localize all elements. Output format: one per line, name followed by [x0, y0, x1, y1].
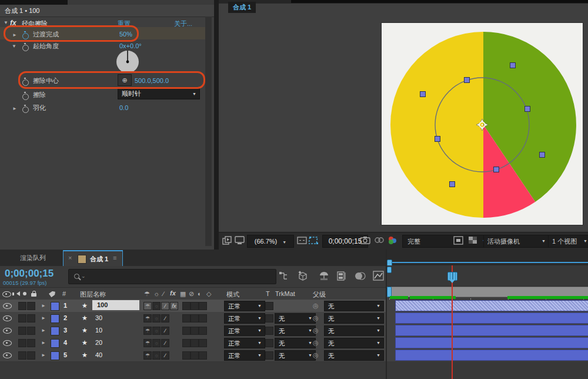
shy-toggle[interactable]: ☼ — [152, 302, 161, 310]
mode-dropdown[interactable]: 正常▼ — [224, 301, 265, 311]
panel-tab-stub[interactable] — [0, 0, 68, 5]
frame-blend-toggle[interactable] — [182, 327, 191, 335]
region-of-interest-icon[interactable] — [309, 236, 319, 245]
motion-blur-toggle[interactable] — [191, 351, 199, 360]
mode-dropdown[interactable]: 正常▼ — [224, 350, 265, 361]
quality-toggle[interactable]: ∕ — [161, 339, 169, 347]
time-ruler[interactable]: 0:00f 10f 20f 01:00f 10f 20f — [387, 265, 588, 287]
layer-duration-bar-3[interactable] — [395, 325, 588, 336]
close-icon[interactable]: × — [68, 254, 72, 261]
t-toggle[interactable] — [265, 327, 273, 335]
cube-3d-toggle[interactable] — [199, 302, 207, 310]
cube-3d-toggle[interactable] — [199, 339, 207, 347]
collapse-toggle[interactable]: ☂ — [143, 339, 152, 347]
t-toggle[interactable] — [265, 302, 273, 310]
layer-row-1[interactable]: ► 1 ★ 100 ☂ ☼ ∕ fx 正常▼ ◎ 无▼ — [0, 300, 386, 312]
trkmat-dropdown[interactable]: 无▼ — [275, 338, 316, 348]
composition-canvas[interactable] — [382, 23, 583, 225]
menu-icon[interactable]: ≡ — [113, 254, 116, 261]
collapse-toggle[interactable]: ☂ — [143, 327, 152, 335]
solo-toggle[interactable] — [18, 339, 26, 347]
motion-blur-toggle[interactable] — [191, 327, 199, 335]
safe-zones-icon[interactable] — [297, 236, 308, 245]
eye-icon[interactable] — [3, 328, 12, 334]
layer-label-swatch[interactable] — [51, 339, 59, 348]
search-input[interactable]: ⌄ — [68, 269, 276, 284]
viewer-tab[interactable]: 合成 1 — [228, 2, 256, 13]
tab-render-queue[interactable]: 渲染队列 — [20, 254, 46, 262]
t-toggle[interactable] — [265, 351, 273, 360]
frame-blend-toggle[interactable] — [182, 314, 191, 323]
solo-toggle[interactable] — [18, 351, 26, 360]
layer-label-swatch[interactable] — [51, 351, 59, 360]
expand-layer-icon[interactable]: ► — [41, 303, 46, 308]
solo-column-icon[interactable] — [23, 292, 26, 295]
panel-divider[interactable] — [214, 0, 219, 250]
motion-blur-toggle[interactable] — [191, 339, 199, 347]
shy-toggle[interactable]: ☼ — [152, 327, 161, 335]
lock-column-icon[interactable] — [31, 293, 36, 297]
navigator-bar[interactable] — [387, 262, 588, 263]
eye-icon[interactable] — [3, 303, 12, 309]
layer-name[interactable]: 30 — [95, 314, 102, 321]
playhead-handle-point[interactable] — [449, 280, 455, 286]
layer-name[interactable]: 40 — [95, 351, 102, 358]
frame-blend-toggle[interactable] — [182, 339, 191, 347]
timeline-track-area[interactable]: 0:00f 10f 20f 01:00f 10f 20f — [387, 250, 588, 379]
parent-dropdown[interactable]: 无▼ — [324, 350, 384, 361]
tab-comp-active[interactable]: × 合成 1 ≡ — [63, 250, 123, 267]
layer-duration-bar-1[interactable] — [395, 300, 588, 311]
lock-toggle[interactable] — [27, 351, 35, 360]
lock-toggle[interactable] — [27, 314, 35, 323]
auto-keyframe-icon[interactable] — [354, 272, 366, 280]
mode-dropdown[interactable]: 正常▼ — [224, 325, 265, 336]
quality-toggle[interactable]: ∕ — [161, 351, 169, 360]
layer-row-5[interactable]: ► 5 ★ 40 ☂ ☼ ∕ 正常▼ 无▼ ◎ 无▼ — [0, 349, 386, 362]
draft-3d-icon[interactable] — [297, 270, 309, 282]
layer-duration-bar-4[interactable] — [395, 337, 588, 348]
zoom-level-dropdown[interactable]: (66.7%) ▼ — [247, 235, 294, 248]
effect-panel-scrollbar[interactable] — [205, 16, 212, 246]
layer-name[interactable]: 10 — [95, 327, 102, 334]
stopwatch-icon[interactable] — [22, 107, 29, 113]
feather-value[interactable]: 0.0 — [119, 102, 128, 114]
always-preview-icon[interactable] — [222, 236, 232, 246]
frame-blend-toggle[interactable] — [182, 351, 191, 360]
layer-row-4[interactable]: ► 4 ★ 20 ☂ ☼ ∕ 正常▼ 无▼ ◎ 无▼ — [0, 337, 386, 350]
solo-toggle[interactable] — [18, 302, 26, 310]
mode-dropdown[interactable]: 正常▼ — [224, 313, 265, 324]
layer-row-2[interactable]: ► 2 ★ 30 ☂ ☼ ∕ 正常▼ 无▼ ◎ 无▼ — [0, 312, 386, 325]
frame-blend-toggle[interactable] — [182, 302, 191, 310]
motion-blur-icon[interactable] — [336, 271, 348, 281]
trkmat-dropdown[interactable]: 无▼ — [275, 313, 316, 324]
cube-3d-toggle[interactable] — [199, 314, 207, 323]
collapse-toggle[interactable]: ☂ — [143, 302, 152, 310]
lock-toggle[interactable] — [27, 302, 35, 310]
parent-dropdown[interactable]: 无▼ — [324, 325, 384, 336]
shy-toggle[interactable]: ☼ — [152, 314, 161, 323]
pickwhip-icon[interactable]: ◎ — [313, 351, 319, 359]
mode-column-header[interactable]: 模式 — [226, 290, 239, 299]
eye-icon[interactable] — [3, 353, 12, 358]
layer-name[interactable]: 20 — [95, 339, 102, 346]
pickwhip-icon[interactable]: ◎ — [313, 339, 319, 347]
collapse-toggle[interactable]: ☂ — [143, 314, 152, 323]
quality-toggle[interactable]: ∕ — [161, 327, 169, 335]
collapse-angle-icon[interactable]: ▼ — [12, 41, 16, 52]
t-column-header[interactable]: T — [266, 290, 270, 297]
parent-dropdown[interactable]: 无▼ — [324, 301, 384, 311]
label-column-icon[interactable] — [49, 290, 57, 298]
mini-flowchart-icon[interactable] — [279, 271, 289, 281]
frame-blend-switch-icon[interactable]: ▦ — [180, 290, 186, 298]
expand-feather-icon[interactable]: ► — [12, 103, 17, 114]
layer-name-edit-field[interactable]: 100 — [92, 300, 139, 310]
stopwatch-icon[interactable] — [22, 45, 29, 51]
index-column-header[interactable]: # — [62, 290, 66, 297]
trkmat-dropdown[interactable]: 无▼ — [275, 350, 316, 361]
angle-dial[interactable] — [115, 49, 140, 74]
target-region-icon[interactable] — [453, 236, 464, 245]
camera-view-dropdown[interactable]: 活动摄像机 ▼ — [483, 235, 549, 248]
trkmat-dropdown[interactable]: 无▼ — [275, 325, 316, 336]
shy-switch-icon[interactable]: ☼ — [153, 290, 159, 297]
cube-3d-toggle[interactable] — [199, 351, 207, 360]
